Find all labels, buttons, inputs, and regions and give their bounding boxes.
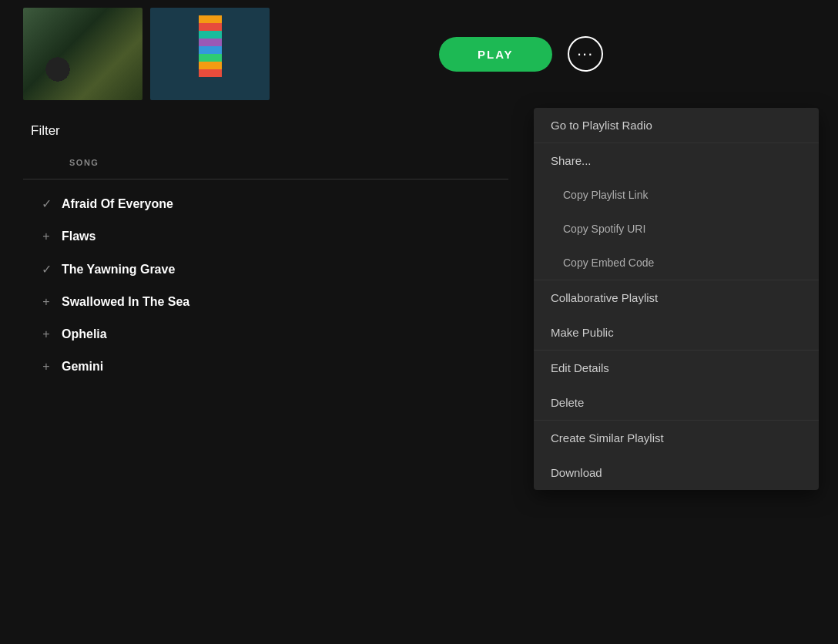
song-name-5: Ophelia [62, 327, 107, 341]
song-item-5[interactable]: + Ophelia [23, 318, 508, 351]
song-column-header: SONG [23, 158, 508, 179]
menu-item-copy-embed-code[interactable]: Copy Embed Code [534, 246, 819, 280]
song-name-1: Afraid Of Everyone [62, 197, 173, 211]
song-name-6: Gemini [62, 360, 103, 374]
main-content: Filter SONG ✓ Afraid Of Everyone + Flaws… [0, 108, 838, 644]
album-art-left [23, 8, 142, 100]
song-item-3[interactable]: ✓ The Yawning Grave [23, 253, 508, 286]
song-name-3: The Yawning Grave [62, 263, 175, 277]
song-name-4: Swallowed In The Sea [62, 295, 189, 309]
ellipsis-icon: ··· [577, 44, 593, 64]
menu-item-create-similar-playlist[interactable]: Create Similar Playlist [534, 421, 819, 455]
song-add-4: + [31, 295, 62, 309]
menu-item-collaborative-playlist[interactable]: Collaborative Playlist [534, 280, 819, 315]
song-add-5: + [31, 327, 62, 341]
menu-item-copy-spotify-uri[interactable]: Copy Spotify URI [534, 212, 819, 246]
song-list-area: Filter SONG ✓ Afraid Of Everyone + Flaws… [0, 108, 531, 644]
filter-label: Filter [23, 123, 508, 139]
more-options-button[interactable]: ··· [568, 36, 603, 72]
song-add-2: + [31, 230, 62, 243]
menu-item-go-to-playlist-radio[interactable]: Go to Playlist Radio [534, 108, 819, 143]
menu-item-make-public[interactable]: Make Public [534, 315, 819, 350]
menu-item-edit-details[interactable]: Edit Details [534, 351, 819, 385]
menu-item-delete[interactable]: Delete [534, 385, 819, 420]
album-art-right [150, 8, 270, 100]
play-button[interactable]: PLAY [439, 37, 552, 72]
menu-item-share[interactable]: Share... [534, 143, 819, 178]
song-item-4[interactable]: + Swallowed In The Sea [23, 286, 508, 318]
song-add-6: + [31, 360, 62, 374]
top-area: PLAY ··· [0, 0, 838, 108]
song-checkmark-3: ✓ [31, 262, 62, 277]
song-item-2[interactable]: + Flaws [23, 220, 508, 253]
menu-item-copy-playlist-link[interactable]: Copy Playlist Link [534, 178, 819, 212]
context-menu: Go to Playlist Radio Share... Copy Playl… [534, 108, 819, 490]
song-name-2: Flaws [62, 230, 96, 243]
song-item-6[interactable]: + Gemini [23, 351, 508, 383]
song-item-1[interactable]: ✓ Afraid Of Everyone [23, 187, 508, 220]
song-checkmark-1: ✓ [31, 196, 62, 211]
menu-item-download[interactable]: Download [534, 455, 819, 490]
